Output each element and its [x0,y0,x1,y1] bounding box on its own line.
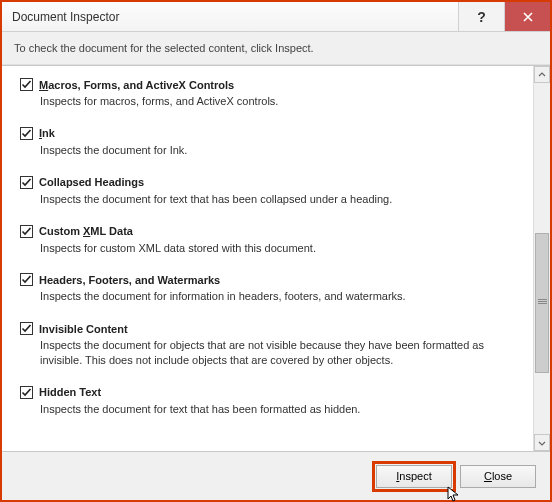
close-button[interactable]: Close [460,465,536,488]
option-checkbox[interactable] [20,386,33,399]
option-title: Macros, Forms, and ActiveX Controls [39,79,234,91]
dialog-footer: Inspect Close [2,452,550,500]
option-item: Headers, Footers, and WatermarksInspects… [20,265,521,314]
chevron-down-icon [538,439,546,447]
instruction-text: To check the document for the selected c… [2,32,550,65]
option-header: Custom XML Data [20,225,521,238]
close-window-button[interactable] [504,2,550,31]
option-item: Custom XML DataInspects for custom XML d… [20,217,521,266]
option-title: Ink [39,127,55,139]
option-item: Collapsed HeadingsInspects the document … [20,168,521,217]
inspect-button[interactable]: Inspect [376,465,452,488]
option-title: Hidden Text [39,386,101,398]
option-checkbox[interactable] [20,176,33,189]
option-checkbox[interactable] [20,273,33,286]
option-checkbox[interactable] [20,127,33,140]
option-title: Custom XML Data [39,225,133,237]
check-icon [21,177,32,188]
scroll-up-button[interactable] [534,66,550,83]
option-header: Hidden Text [20,386,521,399]
help-button[interactable]: ? [458,2,504,31]
option-description: Inspects for custom XML data stored with… [40,241,521,256]
scroll-thumb[interactable] [535,233,549,373]
option-description: Inspects the document for objects that a… [40,338,521,368]
option-header: Invisible Content [20,322,521,335]
titlebar: Document Inspector ? [2,2,550,32]
check-icon [21,79,32,90]
option-title: Headers, Footers, and Watermarks [39,274,220,286]
option-header: Collapsed Headings [20,176,521,189]
document-inspector-dialog: Document Inspector ? To check the docume… [0,0,552,502]
check-icon [21,128,32,139]
option-item: Invisible ContentInspects the document f… [20,314,521,378]
option-description: Inspects the document for Ink. [40,143,521,158]
option-checkbox[interactable] [20,225,33,238]
option-title: Collapsed Headings [39,176,144,188]
content-area: Macros, Forms, and ActiveX ControlsInspe… [2,65,550,452]
close-icon [523,12,533,22]
option-description: Inspects the document for text that has … [40,402,521,417]
vertical-scrollbar[interactable] [533,66,550,451]
scroll-track[interactable] [534,83,550,434]
option-description: Inspects the document for information in… [40,289,521,304]
options-list: Macros, Forms, and ActiveX ControlsInspe… [2,66,533,451]
option-header: Ink [20,127,521,140]
option-description: Inspects for macros, forms, and ActiveX … [40,94,521,109]
option-item: InkInspects the document for Ink. [20,119,521,168]
check-icon [21,226,32,237]
check-icon [21,323,32,334]
option-header: Macros, Forms, and ActiveX Controls [20,78,521,91]
option-item: Macros, Forms, and ActiveX ControlsInspe… [20,70,521,119]
option-description: Inspects the document for text that has … [40,192,521,207]
scroll-down-button[interactable] [534,434,550,451]
check-icon [21,387,32,398]
window-controls: ? [458,2,550,31]
option-checkbox[interactable] [20,78,33,91]
chevron-up-icon [538,71,546,79]
window-title: Document Inspector [12,10,119,24]
option-checkbox[interactable] [20,322,33,335]
option-title: Invisible Content [39,323,128,335]
check-icon [21,274,32,285]
option-item: Hidden TextInspects the document for tex… [20,378,521,427]
option-header: Headers, Footers, and Watermarks [20,273,521,286]
